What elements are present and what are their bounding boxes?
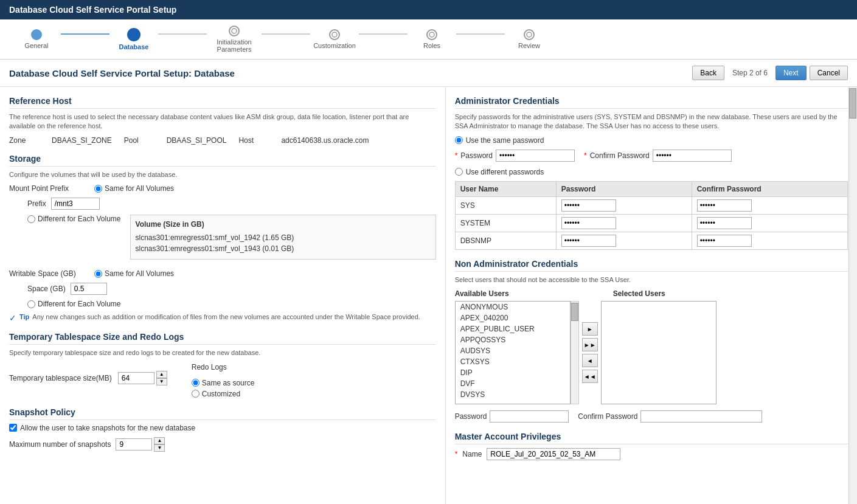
transfer-left-all[interactable]: ◄◄ <box>582 370 598 383</box>
col-password: Password <box>556 181 692 196</box>
system-pass-input[interactable] <box>561 217 616 229</box>
available-list-scrollbar[interactable] <box>571 301 579 404</box>
diff-each-volume-radio[interactable] <box>27 215 35 223</box>
space-input[interactable] <box>71 283 107 295</box>
storage-section: Storage Configure the volumes that will … <box>9 154 436 323</box>
non-admin-title: Non Administrator Credentials <box>455 259 848 272</box>
sys-confirm-input[interactable] <box>697 199 752 212</box>
use-different-option[interactable]: Use different passwords <box>455 168 848 176</box>
same-all-volumes-radio[interactable] <box>94 185 102 193</box>
bottom-password-row: Password Confirm Password <box>455 410 848 423</box>
transfer-right-all[interactable]: ►► <box>582 338 598 351</box>
non-admin-desc: Select users that should not be accessib… <box>455 275 848 285</box>
redo-same-source-radio[interactable] <box>192 379 200 387</box>
admin-creds-desc: Specify passwords for the administrative… <box>455 112 848 131</box>
cred-row-system: SYSTEM <box>455 214 847 232</box>
redo-customized-radio[interactable] <box>192 390 200 398</box>
use-same-label: Use the same password <box>466 136 544 145</box>
writable-diff-each-radio[interactable] <box>27 300 35 308</box>
system-confirm-input[interactable] <box>697 217 752 229</box>
cancel-button[interactable]: Cancel <box>810 66 848 80</box>
transfer-left-single[interactable]: ◄ <box>582 354 598 367</box>
same-all-volumes-label[interactable]: Same for All Volumes <box>94 184 174 193</box>
cred-table: User Name Password Confirm Password SYS … <box>455 181 848 250</box>
wizard-step-roles[interactable]: Roles <box>408 29 456 49</box>
confirm-input[interactable] <box>653 150 732 162</box>
master-name-input[interactable] <box>487 448 620 460</box>
wizard-step-database[interactable]: Database <box>109 28 158 50</box>
writable-space-label: Writable Space (GB) <box>9 269 88 278</box>
sys-pass-input[interactable] <box>561 199 616 212</box>
bottom-password-input[interactable] <box>490 410 569 423</box>
password-row: * Password * Confirm Password <box>455 150 848 162</box>
step-info: Step 2 of 6 <box>727 69 772 77</box>
use-same-radio[interactable] <box>455 136 463 144</box>
use-same-password-option[interactable]: Use the same password <box>455 136 848 145</box>
user-dvsys[interactable]: DVSYS <box>456 389 570 400</box>
back-button[interactable]: Back <box>692 66 724 80</box>
connector-3 <box>262 33 310 35</box>
temp-size-down[interactable]: ▼ <box>156 378 167 385</box>
max-snapshots-stepper: ▲ ▼ <box>116 437 165 452</box>
wizard-bar: General Database Initialization Paramete… <box>0 19 857 60</box>
prefix-label: Prefix <box>27 199 46 208</box>
step-circle-database <box>127 28 141 41</box>
user-appqossys[interactable]: APPQOSSYS <box>456 334 570 345</box>
svg-point-2 <box>232 29 237 33</box>
user-dvf[interactable]: DVF <box>456 378 570 389</box>
tip-text: Any new changes such as addition or modi… <box>32 313 420 320</box>
cred-row-sys: SYS <box>455 196 847 214</box>
step-circle-general <box>31 29 42 40</box>
user-apex-public[interactable]: APEX_PUBLIC_USER <box>456 323 570 334</box>
temp-size-label: Temporary tablespace size(MB) <box>9 374 112 382</box>
volume-item-1: slcnas301:emregress01:smf_vol_1943 (0.01… <box>136 243 431 254</box>
right-panel-scrollbar[interactable] <box>848 87 857 504</box>
available-users-list[interactable]: ANONYMOUS APEX_040200 APEX_PUBLIC_USER A… <box>455 301 571 404</box>
system-username: SYSTEM <box>455 214 556 232</box>
transfer-right-single[interactable]: ► <box>582 322 598 336</box>
writable-same-all-label[interactable]: Same for All Volumes <box>94 269 174 278</box>
use-different-radio[interactable] <box>455 168 463 176</box>
bottom-confirm-input[interactable] <box>640 410 762 423</box>
wizard-step-general[interactable]: General <box>12 29 61 49</box>
wizard-step-customization[interactable]: Customization <box>310 29 359 49</box>
dbsnmp-pass-input[interactable] <box>561 235 616 247</box>
bottom-confirm-field: Confirm Password <box>578 410 762 423</box>
connector-1 <box>61 33 109 35</box>
selected-users-list[interactable] <box>601 301 716 404</box>
snapshots-down[interactable]: ▼ <box>154 444 165 452</box>
cred-row-dbsnmp: DBSNMP <box>455 232 847 249</box>
user-audsys[interactable]: AUDSYS <box>456 345 570 356</box>
snapshots-up[interactable]: ▲ <box>154 437 165 444</box>
redo-same-source-label[interactable]: Same as source <box>192 379 255 387</box>
dbsnmp-confirm-input[interactable] <box>697 235 752 247</box>
header-buttons: Back Step 2 of 6 Next Cancel <box>692 66 848 80</box>
wizard-step-initialization[interactable]: Initialization Parameters <box>207 26 262 53</box>
next-button[interactable]: Next <box>775 66 807 80</box>
main-content: Reference Host The reference host is use… <box>0 87 857 504</box>
wizard-step-review[interactable]: Review <box>505 29 553 49</box>
temp-size-up[interactable]: ▲ <box>156 371 167 378</box>
password-required: * <box>455 151 458 160</box>
prefix-input[interactable] <box>51 198 100 210</box>
diff-each-volume-label[interactable]: Different for Each Volume <box>27 215 121 223</box>
storage-desc: Configure the volumes that will be used … <box>9 170 436 179</box>
password-field: * Password <box>455 150 575 162</box>
volume-box: Volume (Size in GB) slcnas301:emregress0… <box>130 215 436 260</box>
writable-diff-each-label[interactable]: Different for Each Volume <box>27 300 436 308</box>
connector-5 <box>456 33 505 35</box>
temp-size-input[interactable] <box>118 372 154 384</box>
max-snapshots-input[interactable] <box>116 438 152 450</box>
writable-same-all-radio[interactable] <box>94 270 102 278</box>
mount-point-row: Mount Point Prefix Same for All Volumes <box>9 184 436 193</box>
snapshot-checkbox[interactable] <box>9 424 17 432</box>
password-input[interactable] <box>496 150 575 162</box>
user-apex040200[interactable]: APEX_040200 <box>456 312 570 323</box>
user-ctxsys[interactable]: CTXSYS <box>456 356 570 367</box>
svg-point-5 <box>527 32 532 37</box>
left-panel: Reference Host The reference host is use… <box>0 87 446 504</box>
redo-customized-label[interactable]: Customized <box>192 390 255 398</box>
user-anonymous[interactable]: ANONYMOUS <box>456 302 570 312</box>
svg-point-3 <box>332 32 337 37</box>
user-dip[interactable]: DIP <box>456 367 570 378</box>
